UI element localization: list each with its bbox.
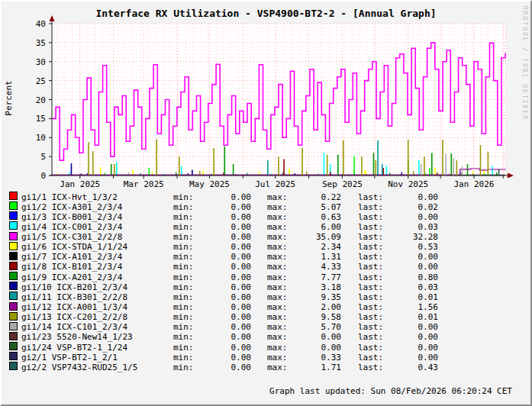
rrdtool-graph-image: Interface RX Utilization - VSP4900-BT2-2… bbox=[0, 0, 532, 406]
legend-min-value: 0.00 bbox=[193, 272, 251, 282]
legend-last-value: 1.56 bbox=[383, 302, 438, 312]
legend-min-value: 0.00 bbox=[193, 192, 251, 202]
legend-series-name: gi1/24 VSP-BT2-1_1/24 bbox=[21, 343, 173, 353]
legend-max-value: 4.33 bbox=[287, 262, 341, 272]
legend-min-label: min: bbox=[173, 343, 193, 353]
legend-series-name: gi1/8 ICX-B101_2/3/4 bbox=[21, 262, 173, 272]
legend-last-value: 0.43 bbox=[383, 362, 438, 372]
svg-text:5: 5 bbox=[40, 152, 46, 162]
legend-min-value: 0.00 bbox=[193, 262, 251, 272]
legend-max-label: max: bbox=[251, 272, 287, 282]
legend-min-label: min: bbox=[173, 202, 193, 212]
legend-row: gi1/12 ICX-A001_1/3/4min:0.00max:2.00las… bbox=[9, 302, 438, 312]
legend-max-label: max: bbox=[251, 282, 287, 292]
legend-color-swatch bbox=[9, 201, 18, 210]
legend-max-label: max: bbox=[251, 262, 287, 272]
legend-min-value: 0.00 bbox=[193, 353, 251, 362]
legend-max-value: 0.00 bbox=[287, 332, 341, 342]
legend-series-name: gi1/13 ICX-C201_2/2/8 bbox=[21, 312, 173, 322]
legend-min-value: 0.00 bbox=[193, 222, 251, 232]
legend-last-value: 0.00 bbox=[383, 252, 438, 262]
legend-max-label: max: bbox=[251, 252, 287, 262]
legend-max-value: 0.63 bbox=[287, 212, 341, 222]
legend-max-label: max: bbox=[251, 202, 287, 212]
legend-series-name: gi1/3 ICX-B001_2/3/4 bbox=[21, 212, 173, 222]
legend-swatch-cell bbox=[9, 292, 21, 302]
legend-series-name: gi2/2 VSP7432-RUD25_1/5 bbox=[21, 362, 173, 372]
legend-color-swatch bbox=[9, 312, 18, 321]
legend-swatch-cell bbox=[9, 272, 21, 282]
legend-swatch-cell bbox=[9, 211, 21, 222]
legend-min-value: 0.00 bbox=[193, 332, 251, 342]
legend-swatch-cell bbox=[9, 201, 21, 212]
legend-row: gi1/4 ICX-C001_2/3/4min:0.00max:6.00last… bbox=[9, 221, 438, 231]
legend-swatch-cell bbox=[9, 242, 21, 253]
legend-series-name: gi1/12 ICX-A001_1/3/4 bbox=[21, 302, 173, 312]
legend-series-name: gi1/23 5520-New14_1/23 bbox=[21, 332, 173, 342]
svg-text:20: 20 bbox=[36, 95, 46, 105]
svg-text:40: 40 bbox=[36, 19, 46, 29]
legend-max-value: 0.33 bbox=[287, 353, 341, 362]
legend-last-label: last: bbox=[341, 202, 383, 212]
legend-last-label: last: bbox=[341, 353, 383, 362]
legend-last-label: last: bbox=[341, 302, 383, 312]
legend-min-value: 0.00 bbox=[193, 343, 251, 353]
svg-text:25: 25 bbox=[36, 76, 46, 86]
legend-last-label: last: bbox=[341, 242, 383, 252]
legend-last-label: last: bbox=[341, 212, 383, 222]
legend-swatch-cell bbox=[9, 362, 21, 372]
legend-last-label: last: bbox=[341, 232, 383, 242]
legend-max-label: max: bbox=[251, 353, 287, 362]
svg-text:15: 15 bbox=[36, 114, 46, 124]
legend-series-name: gi1/11 ICX-B301_2/2/8 bbox=[21, 292, 173, 302]
legend-swatch-cell bbox=[9, 332, 21, 343]
svg-text:May 2025: May 2025 bbox=[189, 179, 230, 189]
legend-swatch-cell bbox=[9, 192, 21, 202]
legend-series-name: gi1/1 ICX-Hvt_1/3/2 bbox=[21, 192, 173, 202]
legend-max-label: max: bbox=[251, 302, 287, 312]
legend-row: gi1/14 ICX-C101_2/3/4min:0.00max:5.70las… bbox=[9, 322, 438, 332]
svg-text:Jan 2025: Jan 2025 bbox=[60, 179, 100, 189]
legend-row: gi1/7 ICX-A101_2/3/4min:0.00max:1.31last… bbox=[9, 252, 438, 262]
legend-min-label: min: bbox=[173, 353, 193, 362]
legend-row: gi1/10 ICX-B201_2/3/4min:0.00max:3.18las… bbox=[9, 282, 438, 292]
legend-max-value: 3.18 bbox=[287, 282, 341, 292]
legend-last-label: last: bbox=[341, 272, 383, 282]
legend-max-value: 5.70 bbox=[287, 322, 341, 332]
legend-min-value: 0.00 bbox=[193, 242, 251, 252]
legend-last-value: 0.02 bbox=[383, 202, 438, 212]
legend-last-value: 0.00 bbox=[383, 262, 438, 272]
legend-color-swatch bbox=[9, 322, 18, 330]
legend-series-name: gi1/7 ICX-A101_2/3/4 bbox=[21, 252, 173, 262]
svg-text:30: 30 bbox=[36, 57, 46, 67]
legend-color-swatch bbox=[9, 342, 18, 350]
legend-last-value: 0.53 bbox=[383, 242, 438, 252]
legend-min-label: min: bbox=[173, 332, 193, 342]
legend-series-name: gi1/4 ICX-C001_2/3/4 bbox=[21, 222, 173, 232]
legend-swatch-cell bbox=[9, 252, 21, 263]
legend-color-swatch bbox=[9, 242, 18, 250]
legend-min-label: min: bbox=[173, 282, 193, 292]
legend-min-value: 0.00 bbox=[193, 362, 251, 372]
legend-max-label: max: bbox=[251, 222, 287, 232]
legend-color-swatch bbox=[9, 192, 18, 200]
legend-min-label: min: bbox=[173, 242, 193, 252]
legend-last-value: 0.00 bbox=[383, 332, 438, 342]
legend-last-value: 0.01 bbox=[383, 292, 438, 302]
legend-row: gi1/23 5520-New14_1/23min:0.00max:0.00la… bbox=[9, 332, 438, 342]
legend-color-swatch bbox=[9, 211, 18, 220]
legend-row: gi2/1 VSP-BT2-1_2/1min:0.00max:0.33last:… bbox=[9, 352, 438, 362]
legend-max-label: max: bbox=[251, 362, 287, 372]
legend-min-value: 0.00 bbox=[193, 252, 251, 262]
legend-row: gi1/5 ICX-C301_2/2/8min:0.00max:35.09las… bbox=[9, 232, 438, 242]
legend-min-value: 0.00 bbox=[193, 202, 251, 212]
legend-last-label: last: bbox=[341, 252, 383, 262]
legend-min-label: min: bbox=[173, 232, 193, 242]
legend-min-label: min: bbox=[173, 322, 193, 332]
legend-last-value: 0.00 bbox=[383, 192, 438, 202]
legend-min-label: min: bbox=[173, 212, 193, 222]
legend-swatch-cell bbox=[9, 221, 21, 232]
utilization-chart: 0510152025303540Jan 2025Mar 2025May 2025… bbox=[2, 2, 532, 191]
legend-color-swatch bbox=[9, 232, 18, 240]
legend-swatch-cell bbox=[9, 262, 21, 272]
